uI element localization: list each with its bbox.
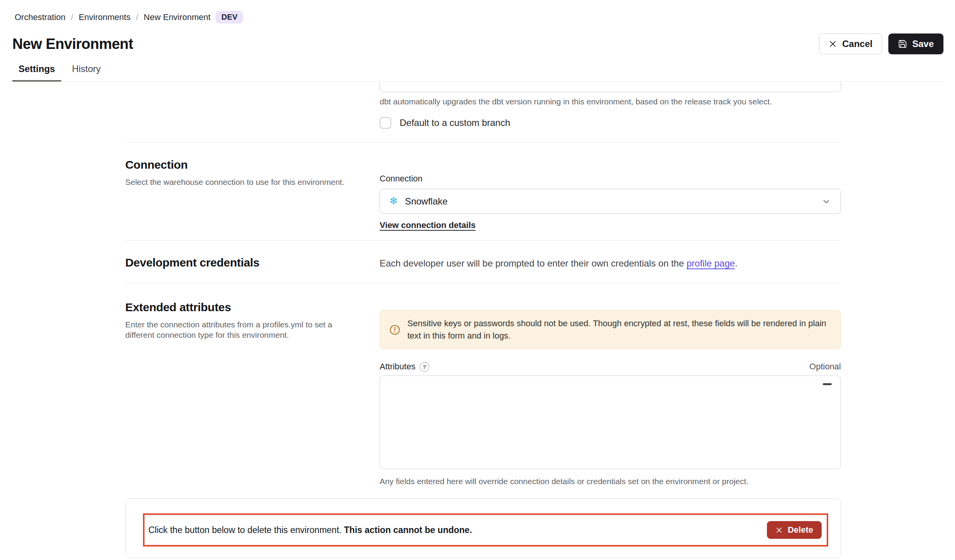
close-icon xyxy=(775,526,783,534)
warning-icon xyxy=(389,324,400,335)
title-row: New Environment Cancel xyxy=(12,34,943,54)
warning-text: Sensitive keys or passwords should not b… xyxy=(407,317,831,342)
breadcrumb-separator: / xyxy=(136,12,138,22)
view-connection-details-link[interactable]: View connection details xyxy=(380,220,476,230)
extended-attributes-title: Extended attributes xyxy=(125,301,380,314)
extended-attributes-description: Enter the connection attributes from a p… xyxy=(125,319,356,340)
environment-type-badge: DEV xyxy=(216,11,243,23)
extended-attributes-section: Extended attributes Enter the connection… xyxy=(125,283,841,486)
credentials-section-title: Development credentials xyxy=(125,256,380,269)
custom-branch-checkbox-label: Default to a custom branch xyxy=(400,117,510,128)
delete-button-label: Delete xyxy=(788,525,813,535)
connection-section: Connection Select the warehouse connecti… xyxy=(125,143,841,240)
save-button[interactable]: Save xyxy=(888,34,943,54)
tab-bar: Settings History xyxy=(12,64,943,82)
page-title: New Environment xyxy=(12,36,133,52)
delete-button[interactable]: Delete xyxy=(767,521,822,539)
sensitive-keys-warning-banner: Sensitive keys or passwords should not b… xyxy=(380,310,841,349)
attributes-field-label: Attributes ? xyxy=(380,362,429,372)
cancel-button-label: Cancel xyxy=(842,39,873,49)
delete-environment-box: Click the button below to delete this en… xyxy=(143,513,828,547)
custom-branch-checkbox-row[interactable]: Default to a custom branch xyxy=(380,117,841,129)
connection-select-value: Snowflake xyxy=(405,196,814,207)
connection-field-label: Connection xyxy=(380,174,841,184)
profile-page-link[interactable]: profile page xyxy=(686,258,735,268)
attributes-textarea[interactable] xyxy=(380,376,841,469)
help-icon[interactable]: ? xyxy=(420,362,429,372)
breadcrumb-environments[interactable]: Environments xyxy=(79,12,131,22)
attributes-helper-text: Any fields entered here will override co… xyxy=(380,477,841,486)
custom-branch-checkbox[interactable] xyxy=(380,117,391,129)
breadcrumb-separator: / xyxy=(71,12,73,22)
close-icon xyxy=(829,40,837,48)
breadcrumb: Orchestration / Environments / New Envir… xyxy=(12,11,943,23)
environment-settings-page: Orchestration / Environments / New Envir… xyxy=(0,0,955,560)
attributes-label-text: Attributes xyxy=(380,362,415,372)
release-track-select[interactable] xyxy=(380,82,841,92)
credentials-text-before: Each developer user will be prompted to … xyxy=(380,258,686,268)
delete-text-normal: Click the button below to delete this en… xyxy=(148,525,344,535)
snowflake-icon: ❄ xyxy=(389,196,398,206)
tab-history[interactable]: History xyxy=(66,64,107,81)
danger-zone-card: Click the button below to delete this en… xyxy=(125,498,841,558)
collapse-icon[interactable] xyxy=(823,383,832,385)
attributes-editor-container xyxy=(380,376,841,471)
chevron-down-icon xyxy=(821,196,831,206)
delete-text-bold: This action cannot be undone. xyxy=(344,525,472,535)
credentials-text-after: . xyxy=(735,258,738,268)
connection-section-title: Connection xyxy=(125,158,380,171)
breadcrumb-orchestration[interactable]: Orchestration xyxy=(15,12,66,22)
release-track-section: dbt automatically upgrades the dbt versi… xyxy=(125,82,841,143)
page-header: Orchestration / Environments / New Envir… xyxy=(0,0,955,82)
release-track-helper: dbt automatically upgrades the dbt versi… xyxy=(380,97,841,106)
credentials-text: Each developer user will be prompted to … xyxy=(380,257,841,270)
cancel-button[interactable]: Cancel xyxy=(819,34,882,54)
connection-section-description: Select the warehouse connection to use f… xyxy=(125,177,356,187)
development-credentials-section: Development credentials Each developer u… xyxy=(125,241,841,283)
tab-settings[interactable]: Settings xyxy=(12,64,61,82)
save-icon xyxy=(898,39,907,49)
attributes-field-header: Attributes ? Optional xyxy=(380,362,841,372)
optional-label: Optional xyxy=(809,362,841,372)
save-button-label: Save xyxy=(912,39,934,49)
breadcrumb-current-page: New Environment xyxy=(144,12,211,22)
delete-environment-text: Click the button below to delete this en… xyxy=(148,525,472,535)
connection-select[interactable]: ❄ Snowflake xyxy=(380,189,841,214)
settings-form: dbt automatically upgrades the dbt versi… xyxy=(0,82,955,558)
header-actions: Cancel Save xyxy=(819,34,943,54)
